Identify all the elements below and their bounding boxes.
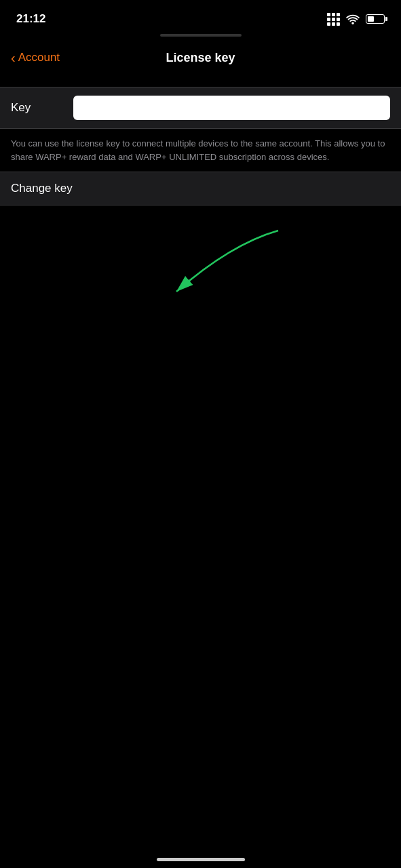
- nav-bar: ‹ Account License key: [0, 42, 401, 79]
- battery-icon: [366, 14, 385, 24]
- drag-indicator: [160, 34, 242, 37]
- status-time: 21:12: [16, 12, 45, 26]
- wifi-icon: [345, 14, 360, 24]
- key-row: Key: [0, 87, 401, 129]
- description-section: You can use the license key to connect m…: [0, 129, 401, 172]
- key-label: Key: [11, 101, 65, 115]
- change-key-row[interactable]: Change key: [0, 172, 401, 205]
- back-label: Account: [18, 51, 60, 64]
- status-icons: [327, 13, 385, 26]
- content: Key You can use the license key to conne…: [0, 87, 401, 205]
- signal-icon: [327, 13, 340, 26]
- key-input[interactable]: [73, 96, 390, 120]
- description-text: You can use the license key to connect m…: [11, 137, 390, 163]
- back-chevron-icon: ‹: [11, 51, 16, 64]
- home-indicator: [157, 858, 245, 861]
- back-button[interactable]: ‹ Account: [11, 51, 60, 64]
- change-key-label: Change key: [11, 182, 73, 195]
- annotation-arrow: [109, 224, 292, 305]
- status-bar: 21:12: [0, 0, 401, 34]
- page-title: License key: [166, 51, 235, 65]
